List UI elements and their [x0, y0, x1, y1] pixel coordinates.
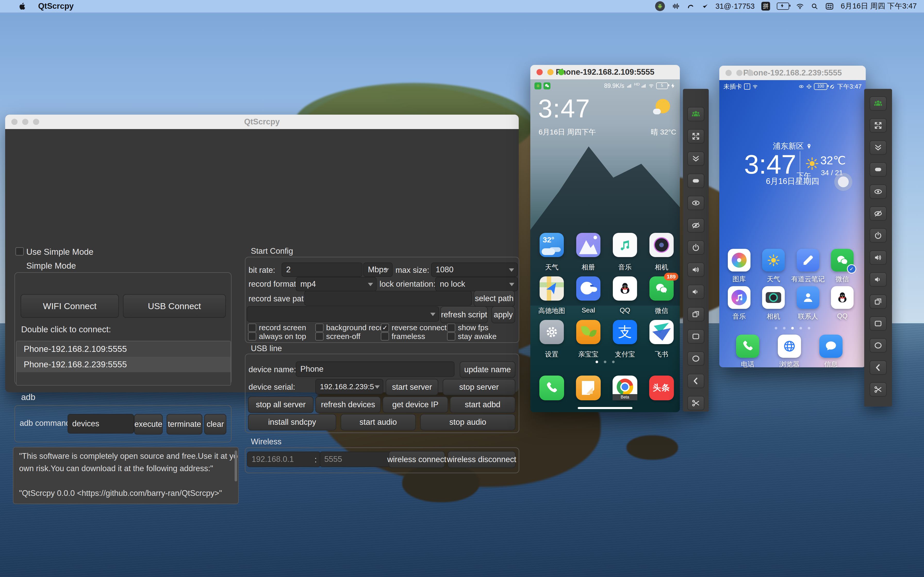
wifi-connect-button[interactable]: WIFI Connect — [21, 294, 119, 318]
install-sndcpy-button[interactable]: install sndcpy — [248, 414, 336, 430]
toolbar-home-button[interactable] — [687, 351, 704, 366]
bit-rate-input[interactable]: 2 — [281, 263, 362, 277]
zoom-button[interactable] — [747, 70, 753, 76]
check-status-icon[interactable] — [701, 3, 709, 10]
minimize-button[interactable] — [547, 69, 554, 75]
close-button[interactable] — [11, 119, 18, 125]
checkbox-box[interactable] — [447, 324, 455, 332]
toolbar-group-control-button[interactable] — [870, 96, 887, 111]
toolbar-touch-button[interactable] — [687, 174, 704, 188]
phone1-titlebar[interactable]: Phone-192.168.2.109:5555 — [530, 65, 680, 79]
alipay-app[interactable]: 支 — [613, 320, 637, 344]
device-list-item[interactable]: Phone-192.168.2.239:5555 — [16, 357, 231, 372]
messages-dock-app[interactable] — [819, 335, 843, 358]
notes-dock-app[interactable] — [576, 376, 601, 400]
equalizer-status-icon[interactable] — [672, 2, 680, 10]
wifi-icon[interactable] — [796, 2, 804, 10]
toolbar-back-button[interactable] — [687, 374, 704, 388]
wireless-port-input[interactable]: 5555 — [320, 451, 392, 467]
minimize-button[interactable] — [736, 70, 743, 76]
update-name-button[interactable]: update name — [460, 361, 515, 378]
browser-dock-app[interactable] — [778, 335, 801, 358]
music-app[interactable] — [728, 286, 751, 309]
toolbar-touch-button[interactable] — [870, 162, 887, 177]
checkbox-box[interactable] — [315, 324, 323, 332]
wireless-connect-button[interactable]: wireless connect — [389, 451, 445, 468]
device-list-item[interactable]: Phone-192.168.2.109:5555 — [16, 341, 231, 357]
toolbar-screen-on-button[interactable] — [687, 196, 704, 210]
toolbar-app-switch-button[interactable] — [870, 295, 887, 309]
bit-rate-unit-select[interactable]: Mbps — [363, 263, 393, 277]
toolbar-collapse-button[interactable] — [687, 152, 704, 166]
checkbox-box[interactable]: ✓ — [381, 324, 389, 332]
arc-status-icon[interactable] — [687, 2, 695, 10]
start-audio-button[interactable]: start audio — [341, 414, 416, 430]
apple-menu-icon[interactable] — [18, 2, 27, 11]
terminate-button[interactable]: terminate — [166, 414, 202, 435]
phone2-screen[interactable]: 未插卡 ! 100 下午3:47 浦东新区 3:47 下午 32℃ 34 / 2… — [719, 80, 866, 367]
toolbar-volume-up-button[interactable] — [870, 250, 887, 265]
zoom-button[interactable] — [558, 69, 564, 75]
adb-log-output[interactable]: "This software is completely open source… — [13, 447, 239, 504]
wireless-disconnect-button[interactable]: wireless disconnect — [447, 451, 515, 468]
stop-all-server-button[interactable]: stop all server — [248, 396, 313, 413]
toolbar-app-switch-button[interactable] — [687, 307, 704, 321]
phone-dock-app[interactable] — [736, 335, 759, 358]
checkbox-record-screen[interactable]: record screen — [248, 323, 315, 332]
android-status-icon[interactable] — [655, 1, 665, 11]
get-device-ip-button[interactable]: get device IP — [383, 396, 448, 413]
toolbar-menu-button[interactable] — [870, 316, 887, 331]
chrome-beta-dock-app[interactable]: Beta — [612, 376, 637, 400]
battery-icon[interactable] — [777, 3, 789, 10]
toolbar-home-button[interactable] — [870, 338, 887, 353]
usb-connect-button[interactable]: USB Connect — [123, 294, 226, 318]
toolbar-power-button[interactable] — [687, 240, 704, 255]
clear-button[interactable]: clear — [204, 414, 226, 435]
checkbox-stay-awake[interactable]: stay awake — [447, 332, 516, 341]
weather-app[interactable]: 32° — [540, 233, 564, 257]
toolbar-screen-off-button[interactable] — [687, 218, 704, 233]
settings-app[interactable] — [540, 320, 564, 344]
phone-dock-app[interactable] — [540, 376, 564, 400]
checkbox-box[interactable] — [248, 332, 256, 340]
qq-app[interactable] — [613, 276, 637, 301]
checkbox-show-fps[interactable]: show fps — [447, 323, 516, 332]
toolbar-power-button[interactable] — [870, 228, 887, 243]
weather-app[interactable] — [762, 249, 785, 271]
assistive-ball[interactable] — [834, 173, 852, 191]
minimize-button[interactable] — [22, 119, 28, 125]
qtscrcpy-titlebar[interactable]: QtScrcpy — [5, 114, 519, 129]
select-path-button[interactable]: select path — [473, 290, 515, 307]
camera-app[interactable] — [649, 233, 674, 257]
toolbar-screen-on-button[interactable] — [870, 184, 887, 199]
wechat-app[interactable]: ✓ — [831, 249, 854, 271]
toolbar-screenshot-button[interactable] — [870, 382, 887, 397]
toutiao-dock-app[interactable]: 头条 — [649, 376, 674, 400]
amap-app[interactable] — [540, 276, 564, 301]
music-app[interactable] — [613, 233, 637, 257]
toolbar-expand-fullscreen-button[interactable] — [870, 118, 887, 133]
phone2-titlebar[interactable]: Phone-192.168.2.239:5555 — [719, 66, 866, 80]
checkbox-frameless[interactable]: frameless — [381, 332, 447, 341]
toolbar-volume-up-button[interactable] — [687, 263, 704, 277]
device-list[interactable]: Phone-192.168.2.109:5555Phone-192.168.2.… — [16, 341, 231, 385]
phone1-screen[interactable]: 89.9K/s HD 5 3:47 6月16日 周四下午 晴 32°C 32°天… — [530, 79, 680, 412]
control-center-icon[interactable] — [825, 2, 834, 11]
log-scrollbar[interactable] — [234, 451, 237, 482]
toolbar-screen-off-button[interactable] — [870, 206, 887, 221]
execute-button[interactable]: execute — [134, 414, 163, 435]
qinbaobao-app[interactable] — [576, 320, 601, 344]
record-format-select[interactable]: mp4 — [296, 277, 377, 291]
phone1-home-indicator[interactable] — [578, 407, 632, 409]
menubar-app-name[interactable]: QtScrcpy — [38, 2, 74, 11]
record-save-path-input[interactable] — [304, 291, 472, 306]
wireless-ip-input[interactable]: 192.168.0.1 — [247, 451, 321, 467]
toolbar-back-button[interactable] — [870, 360, 887, 375]
checkbox-box[interactable] — [381, 332, 389, 340]
toolbar-expand-fullscreen-button[interactable] — [687, 129, 704, 143]
device-name-input[interactable]: Phone — [296, 361, 454, 377]
device-serial-select[interactable]: 192.168.2.239:5 — [315, 379, 383, 394]
use-simple-mode-checkbox[interactable] — [16, 247, 24, 256]
adb-command-input[interactable]: devices — [68, 414, 134, 434]
close-button[interactable] — [536, 69, 543, 75]
